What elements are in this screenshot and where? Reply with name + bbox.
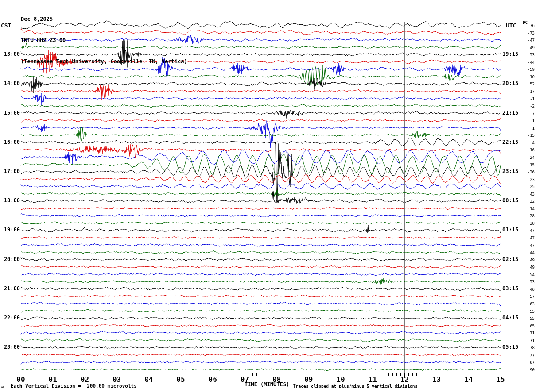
cst-time-label: 18:00 (0, 197, 20, 204)
dc-offset-value: 63 (514, 302, 535, 306)
x-tick-label: 14 (460, 375, 478, 384)
x-tick-label: 13 (428, 375, 446, 384)
dc-offset-value: -1 (514, 119, 535, 123)
dc-offset-value: 38 (514, 221, 535, 226)
x-tick-label: 03 (108, 375, 126, 384)
dc-offset-value: 48 (514, 287, 535, 292)
dc-offset-value: -1 (514, 97, 535, 101)
dc-offset-value: 65 (514, 324, 535, 328)
x-axis-title: TIME (MINUTES) (245, 381, 289, 388)
vertical-scale-note: Each Vertical Division = 200.00 microvol… (11, 383, 137, 389)
x-tick-label: 15 (492, 375, 509, 384)
title-date: Dec 8,2025 (21, 15, 187, 23)
dc-offset-value: 28 (514, 214, 535, 218)
cst-time-label: 20:00 (0, 256, 20, 262)
dc-offset-value: -47 (514, 38, 535, 42)
x-tick-label: 02 (76, 375, 93, 384)
left-axis-header: CST (1, 22, 11, 29)
x-tick-label: 06 (204, 375, 221, 384)
cst-time-label: 15:00 (0, 110, 20, 116)
dc-offset-value: 47 (514, 236, 535, 240)
dc-offset-value: -76 (514, 23, 535, 28)
x-tick-label: 00 (12, 375, 30, 384)
dc-offset-value: -73 (514, 31, 535, 35)
dc-offset-value: 71 (514, 331, 535, 335)
dc-offset-value: 25 (514, 184, 535, 189)
dc-offset-value: 87 (514, 360, 535, 365)
dc-offset-value: 55 (514, 309, 535, 314)
dc-offset-value: 49 (514, 265, 535, 269)
dc-offset-value: -44 (514, 60, 535, 65)
cst-time-label: 22:00 (0, 315, 20, 321)
cst-time-label: 16:00 (0, 139, 20, 145)
dc-offset-value: 16 (514, 148, 535, 152)
dc-offset-value: 78 (514, 346, 535, 350)
dc-offset-value: 47 (514, 243, 535, 248)
dc-offset-value: -10 (514, 75, 535, 79)
cst-time-label: 17:00 (0, 168, 20, 174)
x-tick-label: 01 (44, 375, 62, 384)
x-tick-label: 12 (396, 375, 413, 384)
cst-time-label: 23:00 (0, 344, 20, 350)
cst-time-label: 19:00 (0, 227, 20, 233)
dc-offset-value: -2 (514, 104, 535, 108)
dc-offset-value: 24 (514, 155, 535, 160)
cst-time-label: 13:00 (0, 51, 20, 57)
dc-offset-value: -15 (514, 163, 535, 167)
dc-offset-value: 90 (514, 368, 535, 372)
dc-offset-value: 1 (514, 126, 535, 131)
footer-glyph: ʍ (1, 384, 4, 389)
title-station-code: TNTU HHZ Z3 00 (21, 37, 187, 44)
dc-offset-value: 55 (514, 316, 535, 321)
dc-offset-value: 32 (514, 199, 535, 204)
dc-offset-value: -7 (514, 111, 535, 116)
clip-note: Traces clipped at plus/minus 5 vertical … (293, 384, 417, 388)
helicorder-app: Dec 8,2025 TNTU HHZ Z3 00 (Tennessee Tec… (0, 0, 536, 392)
dc-offset-value: 4 (514, 141, 535, 145)
cst-time-label: 21:00 (0, 285, 20, 292)
dc-offset-value: 49 (514, 258, 535, 262)
cst-time-label: 14:00 (0, 80, 20, 86)
dc-offset-value: 52 (514, 82, 535, 86)
x-tick-label: 10 (332, 375, 350, 384)
dc-offset-value: -59 (514, 67, 535, 72)
dc-offset-value: 44 (514, 250, 535, 255)
dc-offset-value: 47 (514, 228, 535, 233)
dc-offset-value: 53 (514, 280, 535, 284)
dc-offset-value: 57 (514, 294, 535, 299)
dc-offset-value: 23 (514, 177, 535, 182)
dc-offset-value: 14 (514, 207, 535, 211)
dc-offset-value: 54 (514, 273, 535, 277)
dc-offset-value: -53 (514, 53, 535, 57)
dc-offset-value: -36 (514, 170, 535, 174)
x-tick-label: 04 (140, 375, 158, 384)
title-block: Dec 8,2025 TNTU HHZ Z3 00 (Tennessee Tec… (21, 1, 187, 79)
title-station-location: (Tennessee Tech University, Cookeville, … (21, 58, 187, 65)
x-tick-label: 05 (172, 375, 190, 384)
dc-offset-value: -17 (514, 89, 535, 94)
dc-offset-value: 71 (514, 338, 535, 343)
x-tick-label: 11 (364, 375, 381, 384)
dc-offset-value: -49 (514, 46, 535, 50)
x-tick-label: 09 (300, 375, 318, 384)
dc-offset-value: 77 (514, 353, 535, 357)
dc-offset-value: 43 (514, 192, 535, 196)
dc-offset-value: -15 (514, 133, 535, 138)
